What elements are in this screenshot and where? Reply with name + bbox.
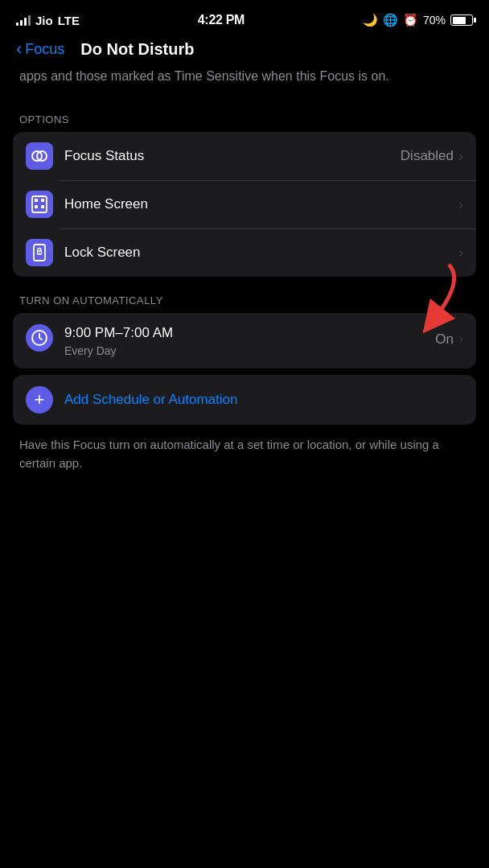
lock-screen-content: Lock Screen — [64, 245, 458, 261]
clock: 4:22 PM — [198, 13, 244, 27]
home-screen-row[interactable]: Home Screen › — [13, 180, 476, 228]
svg-rect-3 — [35, 199, 38, 202]
status-bar: Jio LTE 4:22 PM 🌙 🌐 ⏰ 70% — [0, 0, 489, 35]
lock-screen-row[interactable]: Lock Screen › — [13, 228, 476, 277]
add-schedule-row[interactable]: + Add Schedule or Automation — [13, 375, 476, 425]
lock-screen-icon — [26, 239, 53, 266]
schedule-clock-icon — [26, 324, 53, 352]
schedule-card: 9:00 PM–7:00 AM Every Day On › — [13, 313, 476, 368]
back-button[interactable]: ‹ Focus — [16, 41, 64, 58]
lock-screen-chevron: › — [458, 245, 463, 261]
home-screen-right: › — [458, 196, 463, 213]
svg-point-9 — [39, 253, 39, 253]
focus-status-label: Focus Status — [64, 148, 144, 163]
signal-bars — [16, 14, 31, 26]
schedule-status: On — [435, 331, 454, 348]
focus-status-right: Disabled › — [401, 148, 463, 165]
svg-rect-2 — [32, 196, 47, 212]
lock-screen-right: › — [458, 245, 463, 261]
schedule-wrapper: 9:00 PM–7:00 AM Every Day On › — [0, 313, 489, 368]
alarm-icon: ⏰ — [403, 13, 418, 27]
carrier-label: Jio — [35, 14, 53, 27]
schedule-recurrence: Every Day — [64, 344, 435, 357]
status-right: 🌙 🌐 ⏰ 70% — [363, 13, 473, 27]
svg-rect-4 — [41, 199, 44, 202]
page-title: Do Not Disturb — [80, 40, 194, 59]
network-type: LTE — [58, 14, 80, 27]
status-left: Jio LTE — [16, 14, 80, 27]
schedule-right: On › — [435, 324, 463, 348]
battery-percent: 70% — [423, 14, 446, 27]
options-card: Focus Status Disabled › Home Screen › — [13, 132, 476, 277]
home-screen-content: Home Screen — [64, 196, 458, 212]
lock-screen-label: Lock Screen — [64, 245, 141, 260]
moon-icon: 🌙 — [363, 13, 378, 27]
focus-status-value: Disabled — [401, 148, 454, 164]
navigation-bar: ‹ Focus Do Not Disturb — [0, 35, 489, 67]
focus-status-chevron: › — [458, 148, 463, 165]
top-description: apps and those marked as Time Sensitive … — [0, 67, 489, 102]
add-schedule-plus-icon: + — [26, 386, 53, 413]
add-schedule-card: + Add Schedule or Automation — [13, 375, 476, 425]
battery-icon — [450, 14, 473, 26]
home-screen-label: Home Screen — [64, 196, 148, 212]
schedule-content: 9:00 PM–7:00 AM Every Day — [64, 324, 435, 357]
schedule-row[interactable]: 9:00 PM–7:00 AM Every Day On › — [13, 313, 476, 368]
back-chevron-icon: ‹ — [16, 40, 22, 58]
focus-status-row[interactable]: Focus Status Disabled › — [13, 132, 476, 180]
footer-description: Have this Focus turn on automatically at… — [0, 425, 489, 496]
svg-rect-5 — [35, 205, 38, 208]
world-clock-icon: 🌐 — [383, 13, 398, 27]
home-screen-icon — [26, 191, 53, 218]
schedule-time-range: 9:00 PM–7:00 AM — [64, 324, 435, 342]
focus-status-content: Focus Status — [64, 148, 401, 164]
auto-section-header: TURN ON AUTOMATICALLY — [0, 283, 489, 313]
svg-rect-6 — [41, 205, 44, 208]
add-schedule-label: Add Schedule or Automation — [64, 392, 237, 408]
schedule-chevron: › — [458, 331, 463, 348]
back-label: Focus — [25, 41, 64, 58]
home-screen-chevron: › — [458, 196, 463, 213]
options-section-header: OPTIONS — [0, 102, 489, 132]
focus-status-icon — [26, 142, 53, 170]
